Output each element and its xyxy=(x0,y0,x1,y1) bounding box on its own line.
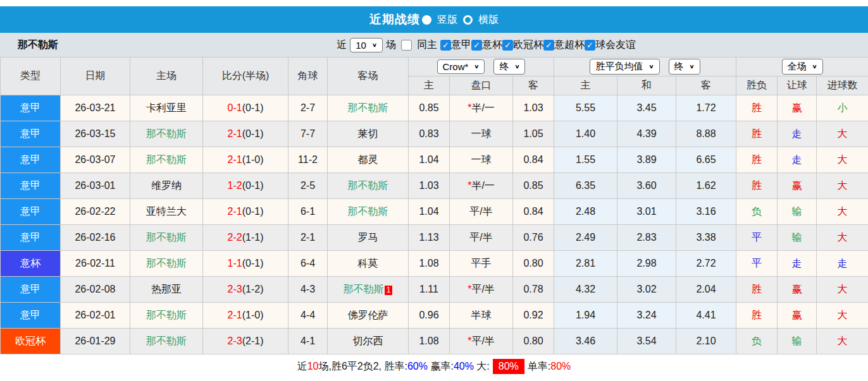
score-cell: 2-1(1-0) xyxy=(203,147,288,173)
avg-away-cell: 1.62 xyxy=(676,173,736,199)
table-row: 意杯26-02-11那不勒斯1-1(0-1)6-4科莫1.08平手0.802.8… xyxy=(1,251,868,277)
result-cell: 负 xyxy=(736,199,778,225)
away-team-cell: 科莫 xyxy=(328,251,409,277)
horizontal-radio[interactable] xyxy=(463,15,473,25)
competition-checkbox-球会友谊[interactable]: ✓ xyxy=(585,40,595,51)
corner-cell: 4-1 xyxy=(288,329,328,354)
summary-segment: 80% xyxy=(550,361,571,372)
chevron-down-icon: ∨ xyxy=(690,64,695,70)
same-home-checkbox[interactable] xyxy=(401,40,412,51)
away-team-name: 那不勒斯 xyxy=(348,102,388,113)
avg-draw-cell: 3.45 xyxy=(617,95,676,121)
avg-draw-cell: 2.83 xyxy=(617,225,676,251)
avg-away-cell: 2.04 xyxy=(676,277,736,303)
header-score: 比分(半场) xyxy=(203,57,288,95)
recent-label: 近 xyxy=(337,39,347,52)
table-row: 意甲26-02-01那不勒斯2-1(1-0)4-4佛罗伦萨0.96半球0.921… xyxy=(1,303,868,329)
competition-checkbox-意甲[interactable]: ✓ xyxy=(440,40,451,51)
goals-result-cell: 大 xyxy=(817,303,868,329)
odds-away-cell: 1.05 xyxy=(513,121,554,147)
odds-company-select[interactable]: Crow*∨ xyxy=(437,59,485,74)
home-team-cell: 那不勒斯 xyxy=(130,303,203,329)
summary-segment: 大: xyxy=(474,360,490,373)
avg-away-cell: 4.41 xyxy=(676,303,736,329)
fulltime-score: 1-1 xyxy=(228,258,242,269)
result-cell: 胜 xyxy=(736,95,778,121)
vertical-radio[interactable] xyxy=(422,15,431,25)
odds-home-cell: 1.13 xyxy=(409,225,450,251)
halftime-score: (0-1) xyxy=(242,128,264,139)
avg-away-cell: 6.65 xyxy=(676,147,736,173)
away-team-name: 都灵 xyxy=(358,154,378,165)
avg-type-select[interactable]: 胜平负均值∨ xyxy=(590,59,659,75)
halftime-score: (0-1) xyxy=(242,258,264,269)
result-cell: 胜 xyxy=(736,147,778,173)
avg-draw-cell: 3.89 xyxy=(617,147,676,173)
table-row: 意甲26-03-07那不勒斯2-1(1-0)11-2都灵1.04一球0.841.… xyxy=(1,147,868,173)
date-cell: 26-02-11 xyxy=(61,251,130,277)
odds-away-cell: 0.92 xyxy=(513,303,554,329)
header-odds-home: 主 xyxy=(409,76,450,95)
date-cell: 26-02-16 xyxy=(61,225,130,251)
odds-home-cell: 0.96 xyxy=(409,303,450,329)
home-team-name: 热那亚 xyxy=(151,284,182,294)
recent-count-select[interactable]: 10∨ xyxy=(350,38,383,52)
home-team-name: 卡利亚里 xyxy=(146,102,187,113)
halftime-score: (0-1) xyxy=(242,180,264,191)
competition-checkbox-意超杯[interactable]: ✓ xyxy=(543,40,554,51)
horizontal-radio-label[interactable]: 横版 xyxy=(478,13,499,27)
score-cell: 2-1(1-0) xyxy=(203,303,288,329)
competition-label: 欧冠杯 xyxy=(513,39,543,52)
away-team-name: 切尔西 xyxy=(353,336,383,346)
handicap-result-cell: 走 xyxy=(778,251,817,277)
vertical-radio-label[interactable]: 竖版 xyxy=(437,13,457,27)
summary-segment: 单率: xyxy=(528,360,550,373)
chevron-down-icon: ∨ xyxy=(514,64,519,70)
away-team-name: 科莫 xyxy=(358,258,378,269)
odds-home-cell: 1.08 xyxy=(409,251,450,277)
handicap-cell: *半/一 xyxy=(450,173,513,199)
competition-checkbox-意杯[interactable]: ✓ xyxy=(471,40,482,51)
home-team-cell: 那不勒斯 xyxy=(130,121,203,147)
result-cell: 平 xyxy=(736,251,778,277)
corner-cell: 4-3 xyxy=(288,277,328,303)
corner-cell: 2-7 xyxy=(288,95,328,121)
type-badge-cell: 意甲 xyxy=(1,147,61,173)
corner-cell: 4-4 xyxy=(288,303,328,329)
table-row: 欧冠杯26-01-29那不勒斯2-3(2-1)4-1切尔西1.08*平/半0.8… xyxy=(1,329,868,354)
result-cell: 胜 xyxy=(736,277,778,303)
handicap-text: 半球 xyxy=(471,310,492,320)
handicap-text: 半/一 xyxy=(471,102,494,113)
halftime-score: (2-1) xyxy=(242,336,264,346)
handicap-result-cell: 走 xyxy=(778,121,817,147)
avg-away-cell: 3.38 xyxy=(676,225,736,251)
team-name: 那不勒斯 xyxy=(18,39,58,52)
date-cell: 26-01-29 xyxy=(61,329,130,354)
away-team-cell: 切尔西 xyxy=(328,329,409,354)
avg-away-cell: 8.88 xyxy=(676,121,736,147)
filter-controls: 近 10∨ 场 同主 ✓意甲✓意杯✓欧冠杯✓意超杯✓球会友谊 xyxy=(337,38,636,52)
competition-checkbox-欧冠杯[interactable]: ✓ xyxy=(502,40,513,51)
competition-label: 意超杯 xyxy=(554,39,585,52)
type-badge-cell: 意甲 xyxy=(1,199,61,225)
date-cell: 26-03-07 xyxy=(61,147,130,173)
chevron-down-icon: ∨ xyxy=(648,64,654,70)
score-cell: 2-3(2-1) xyxy=(203,329,288,354)
handicap-result-cell: 输 xyxy=(778,199,817,225)
odds-time-select[interactable]: 终∨ xyxy=(493,59,525,75)
away-team-cell: 罗马 xyxy=(328,225,409,251)
score-cell: 1-1(0-1) xyxy=(203,251,288,277)
avg-draw-cell: 3.02 xyxy=(617,277,676,303)
away-team-name: 莱切 xyxy=(358,128,378,139)
scope-select[interactable]: 全场∨ xyxy=(782,59,823,75)
avg-home-cell: 1.40 xyxy=(554,121,617,147)
type-badge-cell: 意甲 xyxy=(1,225,61,251)
goals-result-cell: 大 xyxy=(817,147,868,173)
goals-result-cell: 大 xyxy=(817,121,868,147)
handicap-cell: *平/半 xyxy=(450,329,513,354)
date-cell: 26-02-22 xyxy=(61,199,130,225)
same-home-label: 同主 xyxy=(417,39,437,52)
date-cell: 26-02-01 xyxy=(61,303,130,329)
avg-time-select[interactable]: 终∨ xyxy=(669,59,700,75)
away-team-cell: 那不勒斯 xyxy=(328,95,409,121)
